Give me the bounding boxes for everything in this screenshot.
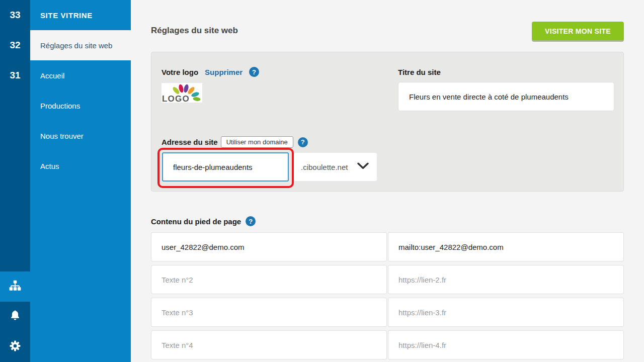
left-rail: 33 32 31 <box>0 0 30 362</box>
bell-icon <box>9 309 22 324</box>
chevron-down-icon <box>357 162 369 171</box>
delete-logo-link[interactable]: Supprimer <box>205 68 243 76</box>
footer-content-label: Contenu du pied de page <box>151 217 241 226</box>
sitemap-icon <box>9 280 22 294</box>
annotation-mark-32: 32 <box>0 30 30 60</box>
gear-icon <box>9 339 22 354</box>
footer-link-3-input[interactable] <box>388 298 624 327</box>
logo-label: Votre logo <box>162 68 198 76</box>
domain-suffix-select[interactable]: .ciboulette.net <box>294 153 377 181</box>
use-my-domain-button[interactable]: Utiliser mon domaine <box>221 136 293 148</box>
menu-section-header: SITE VITRINE <box>30 0 131 30</box>
site-address-label: Adresse du site <box>162 138 218 146</box>
notifications-button[interactable] <box>0 302 30 332</box>
settings-button[interactable] <box>0 332 30 362</box>
site-logo-image: LOGO <box>162 83 202 103</box>
annotation-mark-33: 33 <box>0 0 30 30</box>
help-icon-logo[interactable]: ? <box>249 67 259 77</box>
site-title-label: Titre du site <box>398 68 441 76</box>
site-title-input[interactable] <box>398 82 614 111</box>
sitemap-nav-button[interactable] <box>0 272 30 302</box>
domain-suffix-value: .ciboulette.net <box>301 163 348 171</box>
sidebar-menu: SITE VITRINE Réglages du site web Accuei… <box>30 0 131 362</box>
visit-site-button[interactable]: VISITER MON SITE <box>532 22 624 40</box>
footer-text-3-input[interactable] <box>151 298 387 327</box>
page-title: Réglages du site web <box>151 26 238 36</box>
footer-link-1-input[interactable] <box>388 232 624 261</box>
footer-text-4-input[interactable] <box>151 330 387 359</box>
annotation-mark-31: 31 <box>0 60 30 90</box>
menu-item-productions[interactable]: Productions <box>30 90 131 121</box>
footer-link-4-input[interactable] <box>388 330 624 359</box>
menu-item-nous-trouver[interactable]: Nous trouver <box>30 121 131 151</box>
menu-item-reglages[interactable]: Réglages du site web <box>30 30 131 60</box>
footer-link-2-input[interactable] <box>388 265 624 294</box>
footer-text-1-input[interactable] <box>151 232 387 261</box>
footer-links-grid <box>151 232 624 359</box>
help-icon-address[interactable]: ? <box>298 137 308 147</box>
menu-item-accueil[interactable]: Accueil <box>30 60 131 90</box>
main-content: Réglages du site web VISITER MON SITE Vo… <box>131 0 644 362</box>
logo-text: LOGO <box>162 94 190 103</box>
site-settings-panel: Votre logo Supprimer ? LOGO Titre du sit… <box>151 52 624 192</box>
subdomain-input[interactable] <box>162 152 289 182</box>
help-icon-footer[interactable]: ? <box>246 216 256 226</box>
menu-item-actus[interactable]: Actus <box>30 151 131 181</box>
footer-text-2-input[interactable] <box>151 265 387 294</box>
